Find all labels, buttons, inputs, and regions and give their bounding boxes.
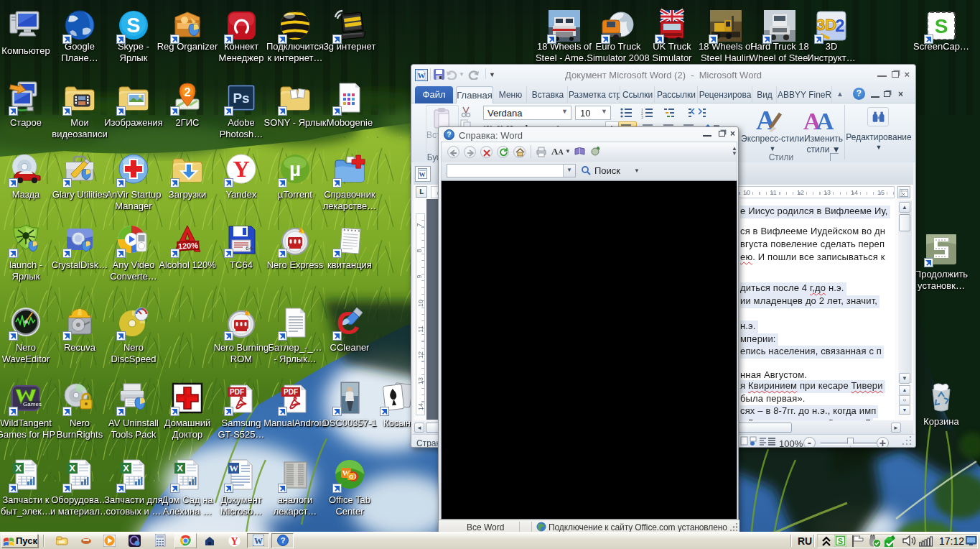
- svg-text:X: X: [69, 463, 75, 474]
- svg-text:W: W: [229, 463, 238, 474]
- svg-text:µ: µ: [289, 158, 301, 180]
- svg-text:120%: 120%: [178, 241, 199, 250]
- svg-text:A: A: [816, 108, 834, 134]
- svg-text:X: X: [177, 463, 183, 474]
- svg-text:Y: Y: [230, 536, 238, 547]
- svg-text:2: 2: [184, 86, 190, 99]
- svg-text:PDF: PDF: [284, 388, 298, 396]
- svg-text:Ps: Ps: [233, 91, 249, 106]
- svg-text:W: W: [419, 171, 426, 178]
- svg-text:3: 3: [641, 115, 643, 119]
- svg-text:S: S: [935, 15, 948, 37]
- svg-text:O: O: [349, 474, 353, 480]
- svg-text:2: 2: [835, 16, 844, 35]
- svg-text:Games: Games: [23, 401, 42, 407]
- svg-text:?: ?: [281, 536, 286, 545]
- svg-text:PDF: PDF: [230, 388, 244, 396]
- svg-text:Y: Y: [233, 156, 249, 182]
- svg-text:3D: 3D: [816, 16, 836, 34]
- svg-text:X: X: [15, 463, 22, 474]
- svg-text:S: S: [126, 14, 140, 37]
- svg-text:X: X: [123, 463, 129, 474]
- svg-text:S: S: [838, 537, 843, 545]
- svg-text:A: A: [756, 106, 776, 135]
- svg-text:W: W: [254, 536, 263, 546]
- svg-text:64-: 64-: [246, 245, 256, 252]
